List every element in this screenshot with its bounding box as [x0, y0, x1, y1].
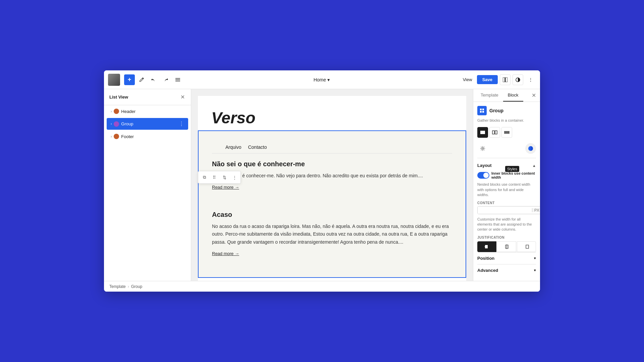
article-body-2: No acaso da rua o acaso da rapariga loir…: [212, 223, 452, 246]
svg-rect-3: [480, 109, 482, 110]
add-block-button[interactable]: +: [124, 74, 135, 85]
justification-group: JUSTIFICATION: [477, 236, 536, 252]
breadcrumb-template[interactable]: Template: [109, 284, 126, 289]
just-label: JUSTIFICATION: [477, 236, 536, 239]
svg-rect-4: [482, 109, 484, 110]
right-panel: Template Block ✕ Group Gather blocks in …: [473, 89, 540, 281]
block-more-button[interactable]: ⋮: [230, 173, 239, 182]
canvas-nav: Arquivo Contacto: [212, 141, 452, 154]
content-width-toggle[interactable]: [477, 172, 489, 179]
header-block-icon: [114, 109, 119, 114]
block-arrows-button[interactable]: ⇅: [220, 173, 229, 182]
svg-rect-11: [504, 133, 509, 133]
svg-point-12: [482, 148, 484, 149]
article-body-1: Não sei o que é conhecer-me. Não vejo pa…: [212, 172, 452, 180]
header-item-label: Header: [121, 109, 184, 114]
app-window: + Home ▾ View Save ⋮: [104, 70, 540, 292]
save-button[interactable]: Save: [477, 75, 498, 84]
settings-row: Styles: [477, 142, 536, 155]
right-panel-body: Group Gather blocks in a container.: [473, 102, 540, 281]
toolbar-center: Home ▾: [184, 76, 459, 84]
nav-item-contacto[interactable]: Contacto: [248, 144, 267, 150]
layout-icons-row: [477, 127, 536, 138]
block-copy-button[interactable]: ⧉: [200, 173, 209, 182]
menu-button[interactable]: [172, 74, 183, 85]
chevron-right-icon-group: ›: [111, 122, 112, 126]
content-label: CONTENT: [477, 201, 540, 205]
settings-icon-button[interactable]: [477, 143, 488, 154]
position-section-header[interactable]: Position ▾: [477, 252, 536, 264]
content-unit: PX: [532, 208, 540, 212]
chevron-right-icon: ›: [111, 110, 112, 113]
svg-rect-6: [482, 111, 484, 113]
sidebar-close-button[interactable]: ✕: [180, 93, 185, 101]
read-more-2[interactable]: Read more →: [212, 251, 239, 256]
block-toolbar: ⧉ ⠿ ⇅ ⋮: [198, 171, 241, 184]
just-center-button[interactable]: [497, 241, 516, 252]
redo-button[interactable]: [160, 74, 171, 85]
just-right-button[interactable]: [517, 241, 536, 252]
layout-split-button[interactable]: [489, 127, 500, 138]
footer-block-icon: [114, 134, 119, 139]
sidebar: List View ✕ › Header › Group ⋮ › Footer: [104, 89, 191, 281]
tab-block[interactable]: Block: [503, 89, 523, 102]
home-menu-button[interactable]: Home ▾: [311, 76, 332, 84]
app-logo: [108, 74, 120, 86]
sidebar-item-header[interactable]: › Header: [107, 106, 188, 117]
sidebar-item-group[interactable]: › Group ⋮: [107, 118, 188, 130]
svg-rect-5: [480, 111, 482, 113]
article-title-2: Acaso: [212, 211, 452, 219]
canvas: Verso ⧉ ⠿ ⇅ ⋮ Arquivo Contacto: [191, 89, 473, 281]
edit-button[interactable]: [136, 74, 147, 85]
footer-item-label: Footer: [121, 134, 184, 139]
article-title-1: Não sei o que é conhecer-me: [212, 160, 452, 168]
nav-item-arquivo[interactable]: Arquivo: [225, 144, 241, 150]
content-width-input[interactable]: [478, 206, 532, 214]
width-description: Customize the width for all elements tha…: [477, 217, 536, 232]
breadcrumb-separator: ›: [128, 284, 129, 289]
advanced-section-header[interactable]: Advanced ▾: [477, 264, 536, 276]
article-item-2: Acaso No acaso da rua o acaso da raparig…: [212, 201, 452, 256]
right-panel-close-button[interactable]: ✕: [530, 89, 537, 102]
breadcrumb: Template › Group: [104, 281, 540, 292]
toggle-description: Nested blocks use content width with opt…: [477, 182, 536, 197]
svg-rect-9: [495, 131, 497, 134]
layout-view-button[interactable]: [500, 74, 511, 85]
svg-rect-8: [492, 131, 494, 134]
article-item-1: Não sei o que é conhecer-me Não sei o qu…: [212, 154, 452, 190]
styles-icon-button[interactable]: [525, 143, 536, 154]
more-options-icon: ⋮: [179, 121, 184, 127]
more-options-button[interactable]: ⋮: [525, 74, 536, 85]
svg-rect-1: [505, 77, 507, 82]
breadcrumb-group[interactable]: Group: [131, 284, 142, 289]
sidebar-title: List View: [109, 95, 128, 100]
chevron-right-icon-footer: ›: [111, 135, 112, 138]
undo-button[interactable]: [148, 74, 159, 85]
layout-third-button[interactable]: [501, 127, 512, 138]
right-panel-tabs: Template Block ✕: [473, 89, 540, 102]
advanced-title: Advanced: [477, 268, 498, 273]
layout-chevron-icon: ▲: [532, 164, 536, 168]
position-title: Position: [477, 256, 494, 261]
layout-section: Layout ▲ Inner blocks use content width …: [477, 158, 536, 252]
group-block-icon: [114, 121, 119, 127]
read-more-1[interactable]: Read more →: [212, 185, 239, 190]
group-description: Gather blocks in a container.: [477, 118, 536, 123]
width-row: CONTENT PX: [477, 201, 536, 214]
just-left-button[interactable]: [477, 241, 496, 252]
svg-rect-10: [504, 131, 509, 132]
main-layout: List View ✕ › Header › Group ⋮ › Footer: [104, 89, 540, 281]
toggle-row: Inner blocks use content width: [477, 171, 536, 179]
sidebar-item-footer[interactable]: › Footer: [107, 131, 188, 142]
layout-full-button[interactable]: [477, 127, 488, 138]
toolbar-right: View Save ⋮: [460, 74, 536, 85]
content-area: Arquivo Contacto Não sei o que é conhece…: [198, 130, 466, 278]
styles-tooltip: Styles: [505, 166, 519, 172]
block-move-button[interactable]: ⠿: [210, 173, 219, 182]
svg-rect-0: [503, 77, 505, 82]
sidebar-header: List View ✕: [104, 89, 191, 105]
canvas-inner: Verso ⧉ ⠿ ⇅ ⋮ Arquivo Contacto: [198, 96, 466, 281]
contrast-button[interactable]: [513, 74, 523, 85]
tab-template[interactable]: Template: [476, 89, 503, 102]
view-button[interactable]: View: [460, 76, 475, 83]
